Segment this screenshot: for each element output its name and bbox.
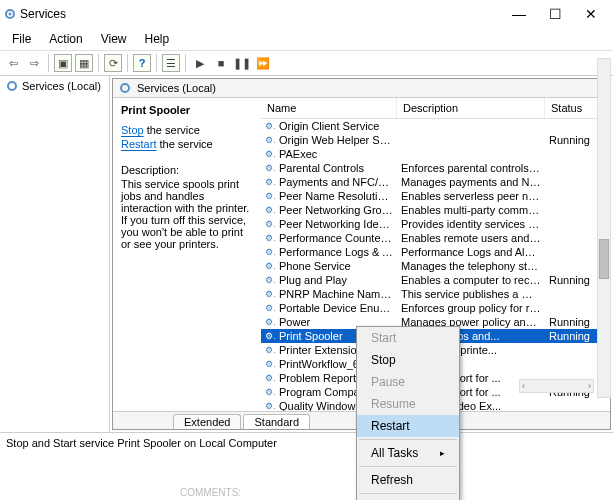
scroll-thumb[interactable]: [599, 239, 609, 279]
ctx-properties[interactable]: Properties: [357, 496, 459, 500]
stop-service-button[interactable]: ■: [212, 54, 230, 72]
ctx-resume[interactable]: Resume: [357, 393, 459, 415]
desc-label: Description:: [121, 164, 253, 176]
service-row[interactable]: ⚙Peer Networking Identity M...Provides i…: [261, 217, 610, 231]
ctx-stop[interactable]: Stop: [357, 349, 459, 371]
pause-service-button[interactable]: ❚❚: [233, 54, 251, 72]
service-icon: ⚙: [261, 149, 275, 159]
ctx-pause[interactable]: Pause: [357, 371, 459, 393]
start-service-button[interactable]: ▶: [191, 54, 209, 72]
service-desc: Enforces group policy for remov...: [397, 302, 545, 314]
window-title: Services: [20, 7, 66, 21]
export-button[interactable]: ▦: [75, 54, 93, 72]
service-row[interactable]: ⚙Performance Logs & AlertsPerformance Lo…: [261, 245, 610, 259]
desc-text: This service spools print jobs and handl…: [121, 178, 253, 250]
svg-point-2: [8, 82, 16, 90]
service-icon: ⚙: [261, 317, 275, 327]
restart-service-button[interactable]: ⏩: [254, 54, 272, 72]
stop-suffix: the service: [144, 124, 200, 136]
service-icon: ⚙: [261, 275, 275, 285]
list-header-icon: [119, 82, 131, 94]
service-row[interactable]: ⚙Performance Counter DLL ...Enables remo…: [261, 231, 610, 245]
tab-standard[interactable]: Standard: [243, 414, 310, 429]
service-icon: ⚙: [261, 135, 275, 145]
menu-view[interactable]: View: [93, 30, 135, 48]
service-desc: Manages the telephony state on ...: [397, 260, 545, 272]
minimize-button[interactable]: —: [501, 2, 537, 26]
service-row[interactable]: ⚙Parental ControlsEnforces parental cont…: [261, 161, 610, 175]
context-menu: Start Stop Pause Resume Restart All Task…: [356, 326, 460, 500]
vertical-scrollbar[interactable]: [597, 58, 611, 398]
close-button[interactable]: ✕: [573, 2, 609, 26]
service-name: Parental Controls: [275, 162, 397, 174]
tree-root-label: Services (Local): [22, 80, 101, 92]
stop-link[interactable]: Stop: [121, 124, 144, 136]
service-status: Running: [545, 316, 601, 328]
ctx-all-tasks[interactable]: All Tasks: [357, 442, 459, 464]
service-name: PAExec: [275, 148, 397, 160]
services-tree-icon: [6, 80, 18, 92]
service-icon: ⚙: [261, 191, 275, 201]
service-desc: Enables multi-party communicat...: [397, 204, 545, 216]
show-hide-button[interactable]: ▣: [54, 54, 72, 72]
service-status: Running: [545, 134, 601, 146]
col-status[interactable]: Status: [545, 98, 601, 118]
service-icon: ⚙: [261, 205, 275, 215]
service-desc: Performance Logs and Alerts Col...: [397, 246, 545, 258]
horizontal-scrollbar[interactable]: ‹›: [519, 379, 594, 393]
service-status: Running: [545, 274, 601, 286]
tree-pane: Services (Local): [0, 76, 110, 432]
help-button[interactable]: ?: [133, 54, 151, 72]
service-row[interactable]: ⚙PNRP Machine Name Publi...This service …: [261, 287, 610, 301]
ctx-start[interactable]: Start: [357, 327, 459, 349]
service-icon: ⚙: [261, 247, 275, 257]
service-status: Running: [545, 330, 601, 342]
service-icon: ⚙: [261, 373, 275, 383]
service-icon: ⚙: [261, 163, 275, 173]
refresh-button[interactable]: ⟳: [104, 54, 122, 72]
service-icon: ⚙: [261, 177, 275, 187]
service-name: Peer Networking Identity M...: [275, 218, 397, 230]
service-row[interactable]: ⚙Origin Client Service: [261, 119, 610, 133]
service-name: Portable Device Enumerator...: [275, 302, 397, 314]
service-row[interactable]: ⚙Payments and NFC/SE Man...Manages payme…: [261, 175, 610, 189]
service-row[interactable]: ⚙Origin Web Helper ServiceRunning: [261, 133, 610, 147]
ctx-restart[interactable]: Restart: [357, 415, 459, 437]
properties-button[interactable]: ☰: [162, 54, 180, 72]
service-icon: ⚙: [261, 345, 275, 355]
service-name: PNRP Machine Name Publi...: [275, 288, 397, 300]
service-icon: ⚙: [261, 303, 275, 313]
maximize-button[interactable]: ☐: [537, 2, 573, 26]
service-desc: Enables a computer to recognize ...: [397, 274, 545, 286]
service-name: Performance Logs & Alerts: [275, 246, 397, 258]
service-name: Performance Counter DLL ...: [275, 232, 397, 244]
tree-root-item[interactable]: Services (Local): [2, 78, 107, 94]
svg-point-1: [9, 13, 12, 16]
service-icon: ⚙: [261, 401, 275, 411]
col-description[interactable]: Description: [397, 98, 545, 118]
service-desc: Enables remote users and 64-bit ...: [397, 232, 545, 244]
service-desc: Enables serverless peer name res...: [397, 190, 545, 202]
col-name[interactable]: Name: [261, 98, 397, 118]
menu-file[interactable]: File: [4, 30, 39, 48]
forward-button[interactable]: ⇨: [25, 54, 43, 72]
services-icon: [4, 8, 16, 20]
service-row[interactable]: ⚙Phone ServiceManages the telephony stat…: [261, 259, 610, 273]
service-icon: ⚙: [261, 359, 275, 369]
service-icon: ⚙: [261, 289, 275, 299]
service-name: Origin Web Helper Service: [275, 134, 397, 146]
service-row[interactable]: ⚙PAExec: [261, 147, 610, 161]
back-button[interactable]: ⇦: [4, 54, 22, 72]
list-header: Services (Local): [113, 79, 610, 98]
service-row[interactable]: ⚙Peer Name Resolution Prot...Enables ser…: [261, 189, 610, 203]
menu-help[interactable]: Help: [137, 30, 178, 48]
service-row[interactable]: ⚙Portable Device Enumerator...Enforces g…: [261, 301, 610, 315]
restart-link[interactable]: Restart: [121, 138, 156, 150]
service-row[interactable]: ⚙Peer Networking GroupingEnables multi-p…: [261, 203, 610, 217]
tab-extended[interactable]: Extended: [173, 414, 241, 429]
service-icon: ⚙: [261, 219, 275, 229]
menu-action[interactable]: Action: [41, 30, 90, 48]
service-desc: Manages payments and Near Fiel...: [397, 176, 545, 188]
ctx-refresh[interactable]: Refresh: [357, 469, 459, 491]
service-row[interactable]: ⚙Plug and PlayEnables a computer to reco…: [261, 273, 610, 287]
